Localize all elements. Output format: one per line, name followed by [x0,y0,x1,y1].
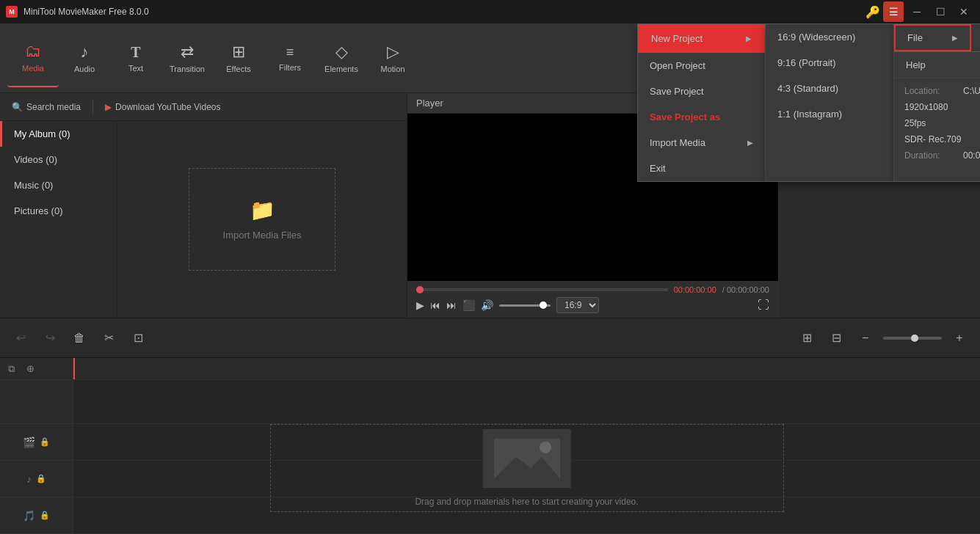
search-media-label: Search media [26,102,81,112]
folder-icon: 📁 [250,198,275,222]
ratio-portrait[interactable]: 9:16 (Portrait) [766,50,893,76]
drop-image-svg [494,439,560,479]
help-item[interactable]: Help ▶ [894,52,980,78]
il-duration-label: Duration: [904,150,963,161]
import-media-item[interactable]: Import Media ▶ [638,130,765,156]
import-media-box[interactable]: 📁 Import Media Files [189,168,335,271]
track-label-2: ♪ 🔒 [0,461,73,497]
sidebar-item-music[interactable]: Music (0) [0,172,117,198]
videos-label: Videos (0) [14,154,57,165]
file-arrow: ▶ [952,34,958,42]
zoom-slider[interactable] [883,337,942,340]
volume-slider[interactable] [499,304,551,307]
player-controls: 00:00:00:00 / 00:00:00:00 ▶ ⏮ ⏭ ⬛ 🔊 1 [407,281,778,318]
music-label: Music (0) [14,180,53,191]
timeline-track-labels: 🎬 🔒 ♪ 🔒 🎵 🔒 [0,380,73,534]
drop-text: Drag and drop materials here to start cr… [415,497,638,507]
save-project-as-item[interactable]: Save Project as [638,104,765,130]
zoom-out-button[interactable]: − [854,326,877,350]
music-track-icon: 🎵 [23,510,35,522]
redo-button[interactable]: ↪ [38,326,62,350]
audio-label: Audio [74,65,95,73]
help-label: Help [906,59,926,70]
timeline-left: ⧉ ⊕ 🎬 🔒 ♪ 🔒 🎵 🔒 [0,358,73,534]
new-project-arrow: ▶ [746,34,752,43]
toolbar-transition[interactable]: ⇄ Transition [161,29,213,87]
cut-button[interactable]: ✂ [97,326,120,350]
toolbar-elements[interactable]: ◇ Elements [316,29,367,87]
lock-icon-1[interactable]: 🔒 [40,437,50,447]
sidebar-item-pictures[interactable]: Pictures (0) [0,198,117,224]
zoom-in-button[interactable]: + [948,326,971,350]
ratio-standard[interactable]: 4:3 (Standard) [766,76,893,101]
toolbar-filters[interactable]: ≡ Filters [264,29,316,87]
timeline-drop-zone: Drag and drop materials here to start cr… [270,424,784,512]
audio-icon: ♪ [81,43,89,62]
pictures-label: Pictures (0) [14,205,62,216]
close-button[interactable]: ✕ [954,1,974,22]
bottom-toolbar: ↩ ↪ 🗑 ✂ ⊡ ⊞ ⊟ − + [0,318,980,358]
minimize-button[interactable]: ─ [907,1,927,22]
ratio-standard-label: 4:3 (Standard) [777,83,838,94]
toolbar-effects[interactable]: ⊞ Effects [213,29,264,87]
crop-button[interactable]: ⊡ [126,326,150,350]
sidebar-item-album[interactable]: My Album (0) [0,121,117,147]
dropdown-center-panel: 16:9 (Widescreen) 9:16 (Portrait) 4:3 (S… [766,23,894,182]
exit-item[interactable]: Exit [638,156,765,181]
timeline-right: Drag and drop materials here to start cr… [73,358,980,534]
sidebar-item-videos[interactable]: Videos (0) [0,147,117,172]
bottom-left: ↩ ↪ 🗑 ✂ ⊡ [9,326,150,350]
svg-point-2 [540,442,551,453]
download-youtube-button[interactable]: ▶ Download YouTube Videos [99,99,226,115]
timeline-playhead[interactable] [73,358,75,379]
ratio-widescreen[interactable]: 16:9 (Widescreen) [766,24,893,50]
play-button[interactable]: ▶ [416,299,424,311]
copy-button[interactable]: ⊟ [824,326,848,350]
next-frame-button[interactable]: ⏭ [446,299,457,311]
undo-button[interactable]: ↩ [9,326,32,350]
volume-handle[interactable] [540,301,547,309]
fit-button[interactable]: ⊞ [795,326,819,350]
toolbar-media[interactable]: 🗂 Media [7,29,59,87]
zoom-handle[interactable] [911,334,918,342]
transition-label: Transition [170,65,205,73]
stop-button[interactable]: ⬛ [462,299,475,311]
prev-frame-button[interactable]: ⏮ [430,299,440,311]
lock-icon-3[interactable]: 🔒 [40,511,50,520]
filters-label: Filters [279,63,301,72]
ratio-instagram-label: 1:1 (Instagram) [777,109,842,120]
toolbar-motion[interactable]: ▷ Motion [367,29,418,87]
il-location-value: C:\Users\bjA... [963,86,980,96]
save-project-item[interactable]: Save Project [638,78,765,104]
timeline-content: Drag and drop materials here to start cr… [73,380,980,534]
open-project-item[interactable]: Open Project [638,53,765,78]
title-bar-controls: 🔑 ☰ ─ ☐ ✕ [865,1,974,22]
bottom-right: ⊞ ⊟ − + [795,326,971,350]
motion-label: Motion [380,65,404,73]
toolbar-audio[interactable]: ♪ Audio [59,29,110,87]
toolbar-text[interactable]: T Text [110,29,161,87]
lock-icon-2[interactable]: 🔒 [36,474,46,483]
seekbar-track[interactable] [416,288,668,291]
timeline-paste-button[interactable]: ⊕ [22,361,38,377]
restore-button[interactable]: ☐ [930,1,951,22]
save-project-as-label: Save Project as [650,111,720,122]
aspect-ratio-select[interactable]: 16:9 9:16 4:3 1:1 [556,297,599,313]
seekbar-handle[interactable] [416,286,424,293]
timeline-copy-button[interactable]: ⧉ [3,361,19,377]
search-media-button[interactable]: 🔍 Search media [6,99,87,115]
youtube-icon: ▶ [105,102,112,112]
player-title: Player [416,98,443,109]
app-title: MiniTool MovieMaker Free 8.0.0 [23,7,149,17]
fullscreen-button[interactable]: ⛶ [758,299,769,312]
delete-button[interactable]: 🗑 [68,326,91,350]
search-icon: 🔍 [12,102,23,112]
volume-icon[interactable]: 🔊 [481,299,493,311]
file-item[interactable]: File ▶ [894,24,971,51]
time-total: / 00:00:00:00 [722,285,769,294]
hamburger-button[interactable]: ☰ [883,1,904,22]
ratio-instagram[interactable]: 1:1 (Instagram) [766,101,893,127]
key-icon[interactable]: 🔑 [865,5,880,19]
new-project-item[interactable]: New Project ▶ [638,24,765,53]
time-current: 00:00:00:00 [674,285,716,294]
